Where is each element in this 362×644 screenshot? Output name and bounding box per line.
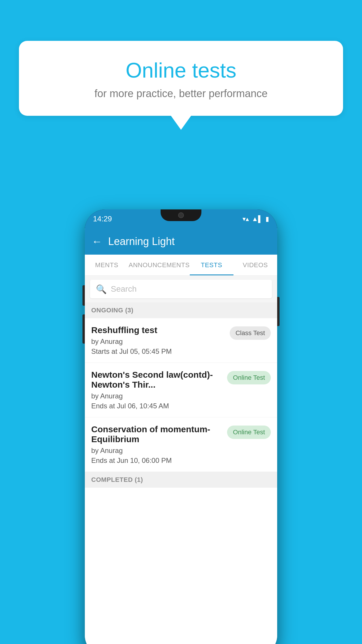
completed-section-header: COMPLETED (1) xyxy=(85,472,277,488)
search-container: 🔍 Search xyxy=(85,276,277,302)
volume-up-button xyxy=(82,285,85,306)
signal-icon: ▲▌ xyxy=(252,215,263,223)
volume-down-button xyxy=(82,314,85,344)
test-info: Reshuffling test by Anurag Starts at Jul… xyxy=(91,325,230,356)
test-by: by Anurag xyxy=(91,337,225,346)
test-time: Ends at Jun 10, 06:00 PM xyxy=(91,456,222,465)
power-button xyxy=(277,297,280,326)
test-badge-class: Class Test xyxy=(230,326,271,340)
wifi-icon: ▾▴ xyxy=(242,215,249,223)
tab-tests[interactable]: TESTS xyxy=(190,255,233,275)
tab-videos[interactable]: VIDEOS xyxy=(233,255,277,275)
test-name: Conservation of momentum-Equilibrium xyxy=(91,424,222,444)
test-time: Ends at Jul 06, 10:45 AM xyxy=(91,402,222,410)
search-bar[interactable]: 🔍 Search xyxy=(90,280,272,298)
test-list: Reshuffling test by Anurag Starts at Jul… xyxy=(85,318,277,644)
test-info: Newton's Second law(contd)-Newton's Thir… xyxy=(91,370,227,410)
test-name: Newton's Second law(contd)-Newton's Thir… xyxy=(91,370,222,390)
speech-bubble: Online tests for more practice, better p… xyxy=(19,41,343,116)
tabs-bar: MENTS ANNOUNCEMENTS TESTS VIDEOS xyxy=(85,255,277,276)
test-badge-online: Online Test xyxy=(227,426,271,439)
search-icon: 🔍 xyxy=(96,284,107,294)
back-button[interactable]: ← xyxy=(92,235,102,248)
status-time: 14:29 xyxy=(93,214,112,223)
test-time: Starts at Jul 05, 05:45 PM xyxy=(91,347,225,356)
test-by: by Anurag xyxy=(91,447,222,455)
tab-announcements[interactable]: ANNOUNCEMENTS xyxy=(129,255,189,275)
test-name: Reshuffling test xyxy=(91,325,225,335)
status-icons: ▾▴ ▲▌ ▮ xyxy=(242,215,269,223)
ongoing-section-header: ONGOING (3) xyxy=(85,302,277,318)
phone-frame: 14:29 ▾▴ ▲▌ ▮ ← Learning Light MENTS xyxy=(85,204,277,644)
tab-ments[interactable]: MENTS xyxy=(85,255,129,275)
status-bar: 14:29 ▾▴ ▲▌ ▮ xyxy=(85,209,277,228)
test-item[interactable]: Reshuffling test by Anurag Starts at Jul… xyxy=(85,318,277,363)
bubble-title: Online tests xyxy=(34,58,328,82)
phone-screen: ← Learning Light MENTS ANNOUNCEMENTS TES… xyxy=(85,228,277,644)
battery-icon: ▮ xyxy=(266,215,269,223)
bubble-subtitle: for more practice, better performance xyxy=(34,88,328,100)
test-by: by Anurag xyxy=(91,392,222,400)
search-placeholder: Search xyxy=(111,284,137,294)
test-info: Conservation of momentum-Equilibrium by … xyxy=(91,424,227,465)
promo-section: Online tests for more practice, better p… xyxy=(19,41,343,116)
app-bar: ← Learning Light xyxy=(85,228,277,255)
phone-device: 14:29 ▾▴ ▲▌ ▮ ← Learning Light MENTS xyxy=(85,209,277,644)
test-item[interactable]: Conservation of momentum-Equilibrium by … xyxy=(85,417,277,472)
test-badge-online: Online Test xyxy=(227,371,271,384)
notch xyxy=(161,209,201,221)
front-camera xyxy=(178,212,184,218)
app-title: Learning Light xyxy=(108,235,175,248)
test-item[interactable]: Newton's Second law(contd)-Newton's Thir… xyxy=(85,363,277,417)
